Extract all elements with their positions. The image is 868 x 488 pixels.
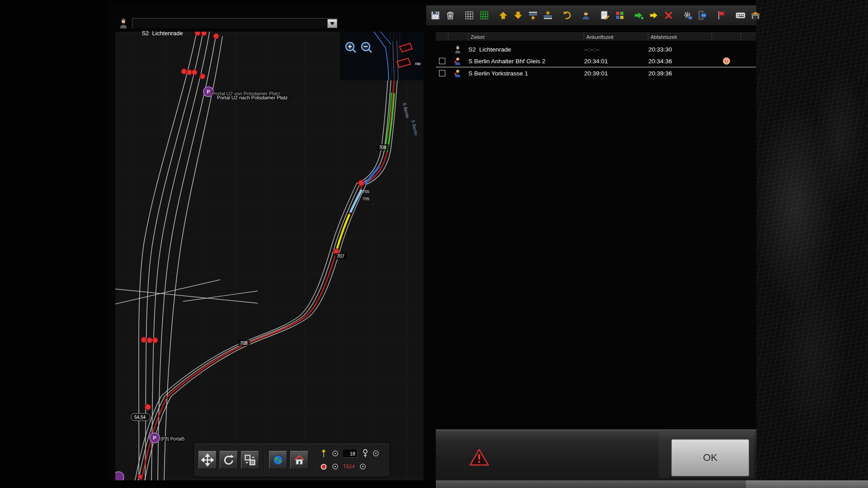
- insert-above-button[interactable]: [527, 9, 539, 22]
- grid-icon: [464, 10, 475, 21]
- insert-above-icon: [528, 10, 538, 21]
- track-map[interactable]: P P Portal U2 von Potsdamer Platz Portal…: [115, 32, 424, 480]
- ankunftszeit-value: 20:39:01: [584, 70, 648, 77]
- portal-u2-nach-label: Portal U2 nach Potsdamer Platz: [217, 95, 288, 100]
- flag-button[interactable]: [715, 9, 728, 22]
- track-map-panel[interactable]: P P Portal U2 von Potsdamer Platz Portal…: [115, 32, 424, 480]
- driver-icon: [118, 18, 128, 29]
- pan-icon: [201, 454, 214, 466]
- abfahrtszeit-value: 20:34:36: [648, 58, 712, 65]
- green-arrow-plus-icon: [633, 10, 644, 21]
- zielort-value: S Berlin Anhalter Bhf Gleis 2: [468, 58, 584, 65]
- swap-layout-icon: [244, 454, 256, 466]
- save-button[interactable]: [429, 9, 442, 22]
- badge-cell: [712, 56, 741, 66]
- ankunftszeit-value: --:--:--: [584, 46, 648, 53]
- swap-layout-button[interactable]: [241, 451, 259, 469]
- toolbar-separator: [264, 447, 264, 473]
- arrow-up-icon: [498, 10, 509, 21]
- goto-destination-button[interactable]: [647, 9, 660, 22]
- background-3d-scene: [756, 0, 868, 488]
- ts-label: TS14: [343, 464, 355, 469]
- face-icon: [722, 56, 731, 66]
- grid-view-button[interactable]: [463, 9, 476, 22]
- keypad-button[interactable]: [734, 9, 747, 22]
- grid-view-green-button[interactable]: [478, 9, 491, 22]
- svg-text:P: P: [207, 89, 210, 94]
- edit-sheet-icon: [599, 10, 610, 21]
- edit-timetable-button[interactable]: [599, 9, 611, 22]
- keypad-icon: [735, 10, 746, 21]
- red-x-icon: [663, 10, 674, 21]
- trash-icon: [445, 10, 456, 21]
- form-signal-icon: [363, 449, 368, 458]
- delete-button[interactable]: [444, 9, 457, 22]
- svg-text:P: P: [153, 435, 156, 441]
- header-extra-2: [741, 33, 756, 41]
- row-icon-cell: [448, 69, 468, 78]
- svg-text:705: 705: [363, 197, 369, 201]
- zielort-value: S2 Lichtenrade: [468, 46, 584, 53]
- remove-destination-button[interactable]: [662, 9, 675, 22]
- header-zielort: Zielort: [468, 33, 584, 41]
- move-up-button[interactable]: [497, 9, 509, 22]
- timetable-row[interactable]: S2 Lichtenrade --:--:-- 20:33:30: [436, 43, 756, 55]
- signal-radio-4[interactable]: [360, 464, 366, 469]
- header-abfahrtszeit: Abfahrtszeit: [648, 33, 712, 41]
- insert-below-button[interactable]: [542, 9, 554, 22]
- signal-radio-1[interactable]: [332, 450, 338, 456]
- rotate-icon: [222, 454, 235, 466]
- svg-text:707: 707: [337, 254, 344, 259]
- minimap: nte: [340, 32, 424, 80]
- route-select-value: S2 Lichtenrade: [142, 30, 183, 37]
- undo-icon: [561, 10, 572, 21]
- exit-button[interactable]: [696, 9, 709, 22]
- abfahrtszeit-value: 20:39:36: [648, 70, 712, 77]
- rotate-button[interactable]: [220, 451, 238, 469]
- settings-button[interactable]: [681, 9, 694, 22]
- header-checkbox-column: [436, 33, 448, 41]
- header-ankunftszeit: Ankunftszeit: [584, 33, 648, 41]
- svg-text:nte: nte: [415, 61, 421, 66]
- checkbox-cell: [436, 58, 448, 64]
- driver-button[interactable]: [580, 9, 592, 22]
- chevron-down-icon: [330, 22, 335, 25]
- red-signal-icon: [320, 463, 327, 470]
- save-icon: [430, 10, 441, 21]
- pan-button[interactable]: [198, 451, 217, 469]
- globe-view-button[interactable]: [269, 451, 287, 469]
- signal-radio-2[interactable]: [373, 450, 379, 456]
- move-down-button[interactable]: [512, 9, 524, 22]
- green-grid-icon: [479, 10, 490, 21]
- warning-icon: [469, 448, 489, 466]
- row-checkbox[interactable]: [439, 58, 445, 64]
- category-grid-icon: [614, 10, 625, 21]
- signal-icon: [320, 449, 327, 458]
- timetable-row[interactable]: S Berlin Yorkstrasse 1 20:39:01 20:39:36: [436, 67, 756, 79]
- footer-panel: OK: [436, 429, 756, 480]
- depot-icon: [750, 10, 761, 21]
- bottom-strip-corner: [746, 480, 868, 488]
- svg-text:755: 755: [363, 189, 369, 194]
- signal-value-box[interactable]: 18: [343, 450, 358, 458]
- undo-button[interactable]: [561, 9, 573, 22]
- main-window: P P Portal U2 von Potsdamer Platz Portal…: [108, 3, 756, 480]
- ankunftszeit-value: 20:34:01: [584, 58, 648, 65]
- depot-button[interactable]: [749, 9, 762, 22]
- append-destination-button[interactable]: [632, 9, 645, 22]
- ok-button[interactable]: OK: [671, 439, 749, 476]
- gear-icon: [682, 10, 693, 21]
- route-select-dropdown-button[interactable]: [327, 19, 337, 28]
- signal-radio-3[interactable]: [332, 464, 338, 469]
- category-grid-button[interactable]: [613, 9, 626, 22]
- row-checkbox[interactable]: [439, 70, 445, 76]
- timetable-row[interactable]: S Berlin Anhalter Bhf Gleis 2 20:34:01 2…: [436, 55, 756, 67]
- distance-label: 54,54: [134, 415, 146, 420]
- timetable-toolbar: [426, 5, 756, 25]
- home-view-button[interactable]: [290, 451, 308, 469]
- driver-icon: [580, 10, 591, 21]
- exit-door-icon: [697, 10, 708, 21]
- route-select[interactable]: S2 Lichtenrade: [132, 18, 338, 29]
- abfahrtszeit-value: 20:33:30: [648, 46, 712, 53]
- conductor-icon: [454, 69, 462, 78]
